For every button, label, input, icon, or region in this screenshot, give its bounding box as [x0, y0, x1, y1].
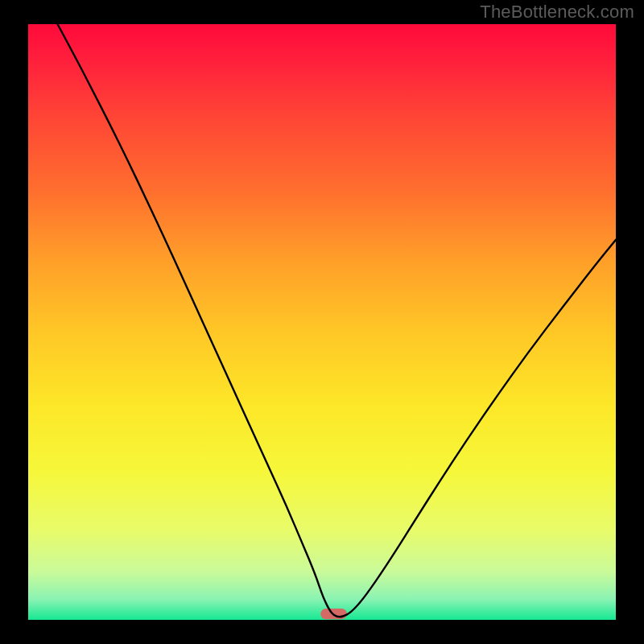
gradient-background	[28, 24, 616, 620]
chart-frame: TheBottleneck.com	[0, 0, 644, 644]
plot-area	[28, 24, 616, 620]
bottleneck-chart	[28, 24, 616, 620]
watermark-text: TheBottleneck.com	[480, 2, 634, 23]
